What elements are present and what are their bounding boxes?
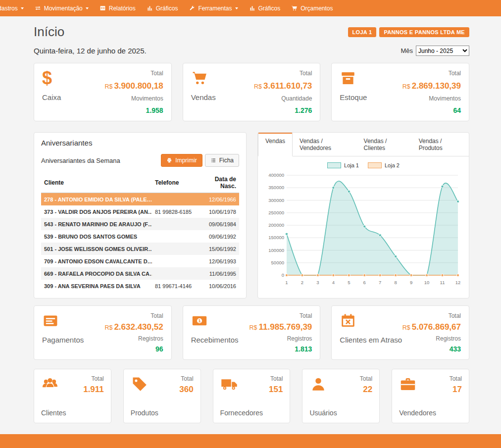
chevron-down-icon bbox=[86, 7, 89, 9]
usuarios-card: Total 22 Usuários bbox=[302, 369, 380, 423]
total-value: R$11.985.769,39 bbox=[250, 322, 312, 332]
svg-text:200000: 200000 bbox=[268, 222, 284, 228]
tag-icon bbox=[131, 375, 149, 395]
truck-icon bbox=[220, 375, 238, 395]
current-date: Quinta-feira, 12 de junho de 2025. bbox=[34, 47, 147, 55]
nav-item-graficos-2[interactable]: Gráficos bbox=[244, 0, 286, 16]
nav-item-ferramentas[interactable]: Ferramentas bbox=[183, 0, 243, 16]
svg-text:150000: 150000 bbox=[268, 235, 284, 240]
svg-text:8: 8 bbox=[395, 280, 397, 285]
total-value: 1.911 bbox=[83, 385, 104, 395]
card-label: Pagamentos bbox=[42, 336, 84, 344]
main-content: Início LOJA 1 PANNOS E PANNOS LTDA ME Qu… bbox=[0, 16, 501, 423]
total-label: Total bbox=[300, 312, 312, 319]
count-value: 64 bbox=[453, 106, 461, 114]
box-icon bbox=[340, 70, 367, 87]
count-value: 433 bbox=[450, 345, 461, 353]
svg-text:2: 2 bbox=[301, 280, 303, 285]
table-row[interactable]: 669 - RAFAELA PROCOPIO DA SILVA CA… 11/0… bbox=[41, 267, 239, 280]
fornecedores-card: Total 151 Fornecedores bbox=[213, 369, 291, 423]
mid-cards-row: Pagamentos Total R$2.632.430,52 Registro… bbox=[34, 305, 469, 360]
card-label: Clientes bbox=[41, 409, 104, 417]
total-label: Total bbox=[449, 70, 461, 77]
table-row[interactable]: 539 - BRUNO DOS SANTOS GOMES 09/06/1992 bbox=[41, 230, 239, 243]
svg-text:1: 1 bbox=[285, 280, 288, 285]
vendedores-card: Total 17 Vendedores bbox=[392, 369, 469, 423]
users-group-icon bbox=[41, 375, 59, 395]
sales-panel: Vendas Vendas / Vendedores Vendas / Clie… bbox=[257, 132, 469, 299]
column-header-data-nasc: Data de Nasc. bbox=[200, 173, 239, 193]
card-label: Produtos bbox=[131, 409, 194, 417]
total-label: Total bbox=[449, 312, 461, 319]
birthdays-table: Cliente Telefone Data de Nasc. 278 - ANT… bbox=[41, 173, 239, 292]
tab-vendas-produtos[interactable]: Vendas / Produtos bbox=[412, 133, 469, 156]
card-label: Estoque bbox=[340, 93, 367, 101]
nav-item-cadastros[interactable]: Cadastros bbox=[0, 0, 29, 16]
svg-text:100000: 100000 bbox=[268, 248, 284, 253]
total-value: 22 bbox=[363, 385, 372, 395]
month-select[interactable]: Junho - 2025 bbox=[416, 46, 469, 56]
nav-item-label: Orçamentos bbox=[301, 5, 333, 12]
svg-text:10: 10 bbox=[424, 280, 430, 285]
tab-vendas-clientes[interactable]: Vendas / Clientes bbox=[357, 133, 412, 156]
table-row[interactable]: 309 - ANA SEVERINA PAES DA SILVA 81 9967… bbox=[41, 280, 239, 292]
total-label: Total bbox=[300, 70, 312, 77]
total-label: Total bbox=[150, 312, 163, 319]
user-icon bbox=[309, 375, 327, 395]
estoque-card: Estoque Total R$2.869.130,39 Movimentos … bbox=[331, 63, 469, 121]
table-row[interactable]: 278 - ANTONIO EMIDIO DA SILVA (PALE… 12/… bbox=[41, 193, 239, 206]
count-label: Quantidade bbox=[281, 95, 312, 102]
pagamentos-card: Pagamentos Total R$2.632.430,52 Registro… bbox=[34, 305, 172, 360]
tab-vendas[interactable]: Vendas bbox=[258, 133, 293, 156]
bottom-cards-row: Total 1.911 Clientes Total 360 Produtos … bbox=[34, 369, 469, 423]
card-label: Vendas bbox=[191, 93, 216, 101]
svg-text:50000: 50000 bbox=[271, 260, 284, 265]
ficha-button[interactable]: Ficha bbox=[205, 154, 239, 167]
svg-text:300000: 300000 bbox=[268, 198, 284, 203]
count-value: 1.958 bbox=[146, 106, 163, 114]
nav-item-relatorios[interactable]: Relatórios bbox=[94, 0, 141, 16]
svg-text:9: 9 bbox=[410, 280, 412, 285]
table-row[interactable]: 373 - VALDIR DOS ANJOS PEREIRA (AN… 81 9… bbox=[41, 205, 239, 218]
produtos-card: Total 360 Produtos bbox=[123, 369, 201, 423]
header-badges: LOJA 1 PANNOS E PANNOS LTDA ME bbox=[348, 27, 469, 37]
count-label: Movimentos bbox=[131, 95, 163, 102]
total-label: Total bbox=[150, 70, 163, 77]
calendar-x-icon bbox=[340, 312, 402, 329]
total-label: Total bbox=[450, 375, 462, 382]
wrench-icon bbox=[189, 5, 195, 11]
cart-icon bbox=[191, 70, 216, 87]
nav-items: Cadastros Movimentação Relatórios Gráfic… bbox=[0, 0, 339, 16]
clientes-card: Total 1.911 Clientes bbox=[34, 369, 111, 423]
cart-icon bbox=[291, 5, 298, 11]
svg-text:5: 5 bbox=[348, 280, 350, 285]
print-button[interactable]: Imprimir bbox=[161, 154, 202, 167]
nav-item-label: Relatórios bbox=[109, 5, 136, 12]
card-label: Recebimentos bbox=[191, 336, 239, 344]
total-value: R$2.869.130,39 bbox=[402, 81, 461, 91]
loja1-swatch bbox=[327, 162, 341, 168]
svg-text:400000: 400000 bbox=[268, 172, 284, 178]
dollar-icon: $ bbox=[42, 70, 61, 87]
table-row[interactable]: 709 - ANTONIO EDSON CAVALCANTE D… 12/06/… bbox=[41, 255, 239, 267]
nav-item-graficos-1[interactable]: Gráficos bbox=[141, 0, 184, 16]
table-row[interactable]: 543 - RENATO MARINHO DE ARAUJO (F… 09/06… bbox=[41, 218, 239, 230]
total-value: R$3.611.610,73 bbox=[254, 81, 312, 91]
count-value: 1.276 bbox=[295, 106, 312, 114]
month-label: Mês bbox=[401, 47, 413, 54]
chart-legend: Loja 1 Loja 2 bbox=[264, 162, 463, 168]
svg-text:12: 12 bbox=[455, 280, 461, 285]
nav-item-orcamentos[interactable]: Orçamentos bbox=[286, 0, 338, 16]
nav-item-movimentacao[interactable]: Movimentação bbox=[29, 0, 94, 16]
caixa-card: $ Caixa Total R$3.900.800,18 Movimentos … bbox=[34, 63, 172, 121]
vendas-card: Vendas Total R$3.611.610,73 Quantidade 1… bbox=[183, 63, 321, 121]
table-row[interactable]: 501 - JOSE WELISSON GOMES OLIVEIR… 15/06… bbox=[41, 243, 239, 255]
birthdays-panel: Aniversariantes Aniversariantes da Seman… bbox=[34, 132, 247, 299]
total-value: 360 bbox=[179, 385, 193, 395]
tab-vendas-vendedores[interactable]: Vendas / Vendedores bbox=[293, 133, 357, 156]
bar-chart-icon bbox=[147, 5, 153, 11]
total-label: Total bbox=[270, 375, 283, 382]
total-value: R$5.076.869,67 bbox=[402, 322, 461, 332]
page-title: Início bbox=[34, 24, 64, 40]
total-value: R$3.900.800,18 bbox=[104, 81, 163, 91]
